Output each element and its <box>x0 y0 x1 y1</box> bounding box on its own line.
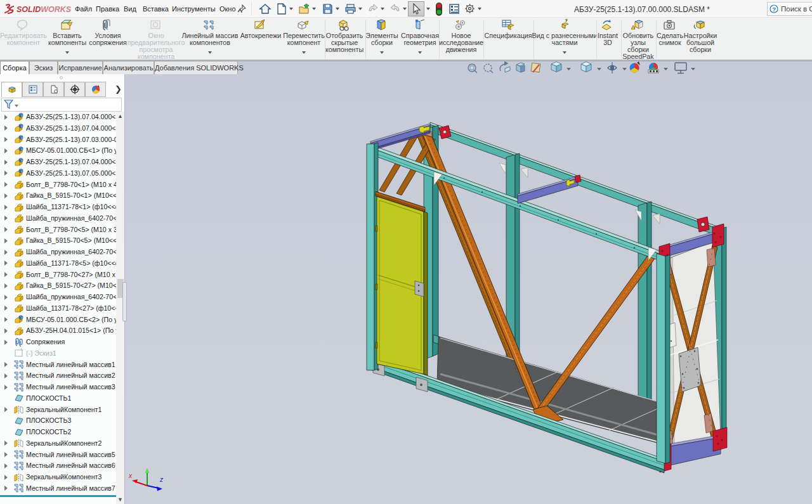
svg-text:?: ? <box>772 6 776 13</box>
svg-text:x: x <box>128 472 133 479</box>
svg-text:SOLIDWORKS: SOLIDWORKS <box>16 5 72 14</box>
svg-text:z: z <box>159 476 163 483</box>
